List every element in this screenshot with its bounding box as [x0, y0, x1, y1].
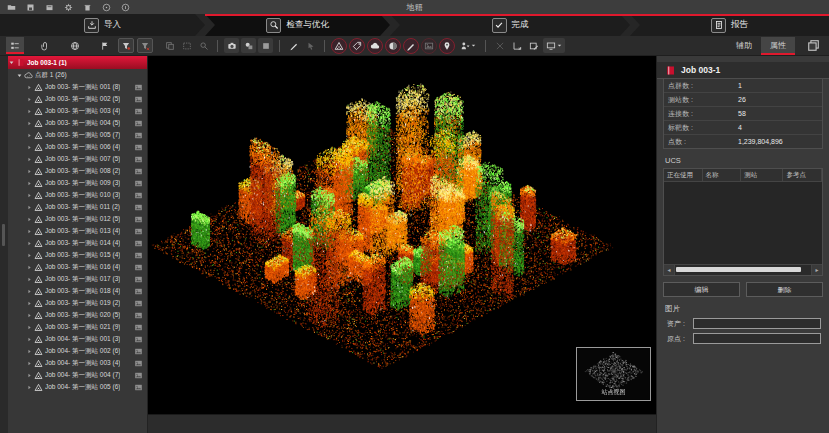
workflow-step-4[interactable]: 报告 — [630, 14, 829, 36]
station-warning-icon[interactable] — [331, 38, 347, 54]
tree-item-station-17[interactable]: Job 003- 第一测站 017 (3) — [8, 273, 147, 285]
layout-windows-button[interactable] — [803, 38, 823, 54]
tree-caret-icon[interactable] — [26, 204, 34, 211]
ucs-table-body[interactable] — [664, 182, 822, 264]
tree-item-job-root[interactable]: Job 003-1 (1) — [8, 56, 147, 69]
tree-caret-icon[interactable] — [26, 324, 34, 331]
cloud-icon[interactable] — [367, 38, 383, 54]
shapes-icon[interactable] — [241, 38, 256, 53]
tree-item-station-11[interactable]: Job 003- 第一测站 011 (2) — [8, 201, 147, 213]
menu-trash-icon[interactable] — [82, 2, 92, 12]
tree-item-station-3[interactable]: Job 003- 第一测站 003 (4) — [8, 105, 147, 117]
ucs-delete-button[interactable]: 删除 — [746, 282, 823, 297]
menu-save-icon[interactable] — [25, 2, 35, 12]
left-collapse-strip[interactable] — [0, 56, 8, 433]
tree-tab-flag-icon[interactable] — [96, 37, 114, 54]
tree-item-station-16[interactable]: Job 003- 第一测站 016 (4) — [8, 261, 147, 273]
photo-thumb-icon[interactable] — [133, 347, 143, 356]
photo-thumb-icon[interactable] — [133, 263, 143, 272]
tree-item-station-24[interactable]: Job 004- 第一测站 003 (4) — [8, 357, 147, 369]
ucs-column-header[interactable]: 测站 — [741, 169, 783, 181]
tree-caret-icon[interactable] — [26, 192, 34, 199]
tree-caret-icon[interactable] — [26, 300, 34, 307]
tree-item-station-4[interactable]: Job 003- 第一测站 004 (5) — [8, 117, 147, 129]
pick-cursor-icon[interactable] — [303, 38, 318, 53]
tree-caret-icon[interactable] — [26, 144, 34, 151]
tree-item-station-20[interactable]: Job 003- 第一测站 020 (5) — [8, 309, 147, 321]
tree-item-station-5[interactable]: Job 003- 第一测站 005 (7) — [8, 129, 147, 141]
scrollbar-thumb[interactable] — [676, 267, 801, 272]
tree-caret-icon[interactable] — [26, 180, 34, 187]
asset-input[interactable] — [693, 318, 821, 329]
photo-thumb-icon[interactable] — [133, 203, 143, 212]
sphere-icon[interactable] — [385, 38, 401, 54]
menu-info-icon[interactable] — [120, 2, 130, 12]
tree-item-station-19[interactable]: Job 003- 第一测站 019 (2) — [8, 297, 147, 309]
photo-thumb-icon[interactable] — [133, 83, 143, 92]
panel-resize-handle[interactable] — [2, 224, 5, 246]
panel-tab-辅助[interactable]: 辅助 — [727, 37, 761, 55]
tree-item-station-9[interactable]: Job 003- 第一测站 009 (3) — [8, 177, 147, 189]
photo-thumb-icon[interactable] — [133, 143, 143, 152]
menu-settings-gear-icon[interactable] — [63, 2, 73, 12]
workflow-step-2[interactable]: 检查与优化 — [205, 14, 390, 36]
tree-caret-icon[interactable] — [26, 288, 34, 295]
tree-item-station-2[interactable]: Job 003- 第一测站 002 (5) — [8, 93, 147, 105]
cut-icon[interactable] — [492, 38, 507, 53]
camera-icon[interactable] — [224, 38, 239, 53]
filter-hide-icon[interactable] — [137, 38, 153, 53]
tree-caret-icon[interactable] — [26, 228, 34, 235]
scroll-right-icon[interactable]: ► — [811, 265, 822, 275]
tree-caret-icon[interactable] — [26, 240, 34, 247]
minimap[interactable]: 站点视图 — [576, 347, 651, 401]
tree-caret-icon[interactable] — [26, 168, 34, 175]
ucs-column-header[interactable]: 名称 — [703, 169, 742, 181]
tree-item-station-12[interactable]: Job 003- 第一测站 012 (5) — [8, 213, 147, 225]
ucs-edit-button[interactable]: 编辑 — [663, 282, 740, 297]
tree-caret-icon[interactable] — [26, 252, 34, 259]
tree-caret-icon[interactable] — [26, 216, 34, 223]
ucs-horizontal-scrollbar[interactable]: ◄ ► — [664, 264, 822, 275]
menu-help-icon[interactable] — [101, 2, 111, 12]
tree-caret-icon[interactable] — [26, 384, 34, 391]
scrollbar-track[interactable] — [675, 265, 811, 275]
tree-caret-icon[interactable] — [26, 108, 34, 115]
edit-image-icon[interactable] — [526, 38, 541, 53]
zoom-window-icon[interactable] — [196, 38, 211, 53]
photo-thumb-icon[interactable] — [133, 359, 143, 368]
measure-pen-icon[interactable] — [286, 38, 301, 53]
tree-caret-icon[interactable] — [26, 264, 34, 271]
tree-item-station-22[interactable]: Job 004- 第一测站 001 (3) — [8, 333, 147, 345]
photo-thumb-icon[interactable] — [133, 275, 143, 284]
menu-archive-icon[interactable] — [44, 2, 54, 12]
scroll-left-icon[interactable]: ◄ — [664, 265, 675, 275]
tree-caret-icon[interactable] — [8, 59, 16, 66]
3d-viewport[interactable]: 站点视图 — [148, 56, 656, 433]
tree-caret-icon[interactable] — [26, 336, 34, 343]
tree-caret-icon[interactable] — [26, 372, 34, 379]
photo-thumb-icon[interactable] — [133, 119, 143, 128]
draw-pen-icon[interactable] — [403, 38, 419, 54]
tree-caret-icon[interactable] — [26, 312, 34, 319]
photo-thumb-icon[interactable] — [133, 287, 143, 296]
photo-thumb-icon[interactable] — [133, 371, 143, 380]
rect-select-icon[interactable] — [179, 38, 194, 53]
photo-thumb-icon[interactable] — [133, 251, 143, 260]
axes-icon[interactable] — [509, 38, 524, 53]
location-pin-icon[interactable] — [439, 38, 455, 54]
user-view-icon[interactable] — [457, 38, 479, 53]
tree-item-station-1[interactable]: Job 003- 第一测站 001 (8) — [8, 81, 147, 93]
tree-item-station-23[interactable]: Job 004- 第一测站 002 (6) — [8, 345, 147, 357]
copy-select-icon[interactable] — [162, 38, 177, 53]
workflow-step-3[interactable]: 完成 — [390, 14, 630, 36]
photo-thumb-icon[interactable] — [133, 131, 143, 140]
tree-caret-icon[interactable] — [26, 84, 34, 91]
photo-thumb-icon[interactable] — [133, 239, 143, 248]
photo-thumb-icon[interactable] — [133, 311, 143, 320]
display-mode-icon[interactable] — [543, 38, 565, 53]
origin-input[interactable] — [693, 333, 821, 344]
photo-thumb-icon[interactable] — [133, 155, 143, 164]
tree-item-station-7[interactable]: Job 003- 第一测站 007 (5) — [8, 153, 147, 165]
image-icon[interactable] — [421, 38, 437, 54]
menu-open-folder-icon[interactable] — [6, 2, 16, 12]
